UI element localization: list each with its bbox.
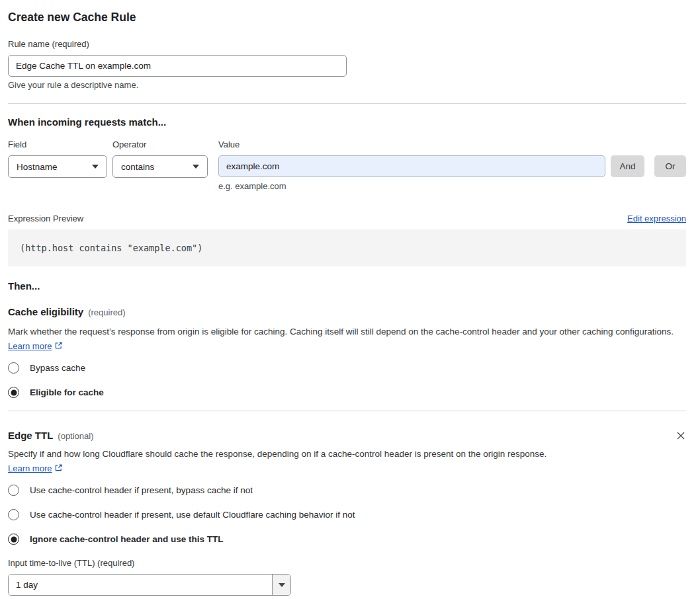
and-button[interactable]: And [611,155,644,177]
radio-icon [8,485,19,496]
section-divider-top [8,103,686,104]
radio-label: Use cache-control header if present, byp… [30,485,253,495]
radio-eligible-for-cache[interactable]: Eligible for cache [8,387,686,398]
radio-icon [8,534,19,545]
field-label: Field [8,140,107,150]
ttl-label: Input time-to-live (TTL) (required) [8,558,686,569]
expression-code: (http.host contains "example.com") [20,243,202,253]
radio-label: Eligible for cache [30,387,104,397]
operator-label: Operator [112,140,208,150]
expression-preview-header: Expression Preview Edit expression [8,214,686,223]
cache-eligibility-header: Cache eligibility (required) [8,305,686,318]
ttl-combobox [8,574,291,596]
rule-name-input[interactable] [8,55,347,77]
rule-name-help: Give your rule a descriptive name. [8,80,686,91]
chevron-down-icon [279,583,285,587]
then-heading: Then... [8,280,686,292]
value-help: e.g. example.com [218,181,605,192]
or-button[interactable]: Or [654,155,686,177]
edge-ttl-qualifier: (optional) [58,431,93,441]
ttl-dropdown-button[interactable] [272,575,290,595]
edge-ttl-learn-more-link[interactable]: Learn more [8,463,52,473]
external-link-icon [54,342,63,352]
edge-ttl-header: Edge TTL (optional) [8,429,686,442]
radio-label: Bypass cache [30,363,85,373]
close-edge-ttl-button[interactable] [676,430,686,441]
expression-code-block: (http.host contains "example.com") [8,229,686,266]
section-divider-edge-ttl [8,411,686,411]
operator-select[interactable]: contains [112,155,208,178]
radio-icon [8,509,19,520]
radio-icon [8,362,19,374]
value-input[interactable] [218,155,605,177]
radio-icon [8,387,19,398]
match-builder-row: Field Hostname Operator contains Value e… [8,140,686,192]
expression-preview-label: Expression Preview [8,214,83,223]
value-column: Value e.g. example.com [218,140,605,192]
chevron-down-icon [92,165,99,169]
edge-ttl-title: Edge TTL [8,429,53,442]
operator-select-value: contains [121,162,154,172]
rule-name-group: Rule name (required) Give your rule a de… [8,39,686,91]
field-column: Field Hostname [8,140,107,178]
radio-ignore-header-use-ttl[interactable]: Ignore cache-control header and use this… [8,534,686,545]
close-icon [676,430,686,441]
cache-eligibility-learn-more-link[interactable]: Learn more [8,341,52,351]
cache-eligibility-title: Cache eligibility [8,305,83,318]
external-link-icon [54,464,63,474]
radio-use-header-default[interactable]: Use cache-control header if present, use… [8,509,686,520]
match-heading: When incoming requests match... [8,116,686,128]
edit-expression-link[interactable]: Edit expression [627,214,686,223]
field-select-value: Hostname [17,162,58,172]
page-title: Create new Cache Rule [8,10,686,24]
ttl-value-input[interactable] [9,575,272,595]
edge-ttl-description: Specify if and how long Cloudflare shoul… [8,447,558,475]
value-label: Value [218,140,605,150]
cache-eligibility-qualifier: (required) [88,307,125,317]
chevron-down-icon [193,165,199,169]
radio-bypass-cache[interactable]: Bypass cache [8,362,686,374]
radio-label: Use cache-control header if present, use… [30,510,355,520]
cache-eligibility-description: Mark whether the request’s response from… [8,325,686,353]
radio-use-header-bypass[interactable]: Use cache-control header if present, byp… [8,485,686,496]
ttl-input-group: Input time-to-live (TTL) (required) [8,558,686,596]
radio-label: Ignore cache-control header and use this… [30,534,224,544]
operator-column: Operator contains [112,140,208,178]
field-select[interactable]: Hostname [8,155,107,178]
create-cache-rule-form: Create new Cache Rule Rule name (require… [0,0,700,596]
rule-name-label: Rule name (required) [8,39,686,50]
